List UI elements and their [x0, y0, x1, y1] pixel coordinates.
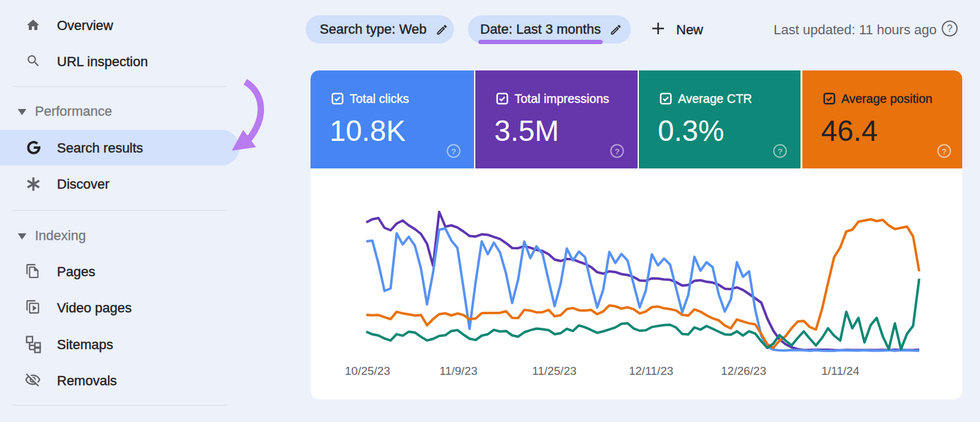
- svg-text:12/26/23: 12/26/23: [721, 364, 766, 377]
- svg-text:?: ?: [614, 147, 619, 156]
- svg-text:11/25/23: 11/25/23: [532, 364, 577, 377]
- svg-text:?: ?: [941, 147, 946, 156]
- svg-text:?: ?: [777, 147, 782, 156]
- svg-text:11/9/23: 11/9/23: [440, 364, 478, 377]
- svg-text:?: ?: [947, 23, 952, 34]
- svg-text:1/11/24: 1/11/24: [821, 364, 859, 377]
- svg-text:12/11/23: 12/11/23: [629, 364, 674, 377]
- svg-text:10/25/23: 10/25/23: [345, 364, 390, 377]
- svg-text:?: ?: [451, 147, 456, 156]
